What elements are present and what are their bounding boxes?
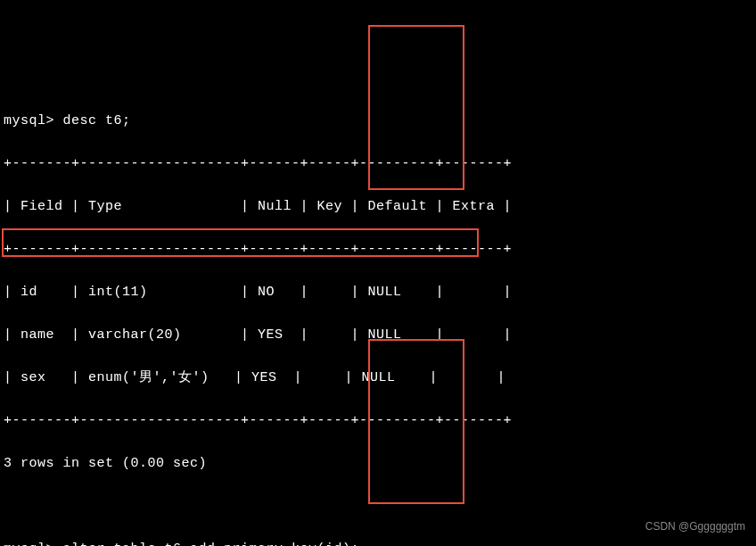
table-row: | id | int(11) | NO | | NULL | | (4, 282, 752, 303)
table-border: +-------+-------------------+------+----… (4, 410, 752, 432)
result-summary: 3 rows in set (0.00 sec) (4, 453, 752, 475)
desc-command: desc t6; (63, 113, 131, 128)
terminal-output: mysql> desc t6; +-------+---------------… (4, 89, 752, 546)
command-line-1: mysql> desc t6; (4, 111, 752, 132)
table-border: +-------+-------------------+------+----… (4, 153, 752, 175)
mysql-prompt: mysql> (4, 113, 54, 128)
table-header-row: | Field | Type | Null | Key | Default | … (4, 196, 752, 218)
alter-command: alter table t6 add primary key(id); (63, 542, 360, 546)
watermark-text: CSDN @Gggggggtm (645, 518, 745, 535)
table-row: | sex | enum('男','女') | YES | | NULL | | (4, 368, 752, 389)
blank-line (4, 496, 752, 517)
mysql-prompt: mysql> (4, 542, 54, 546)
command-line-2: mysql> alter table t6 add primary key(id… (4, 539, 752, 546)
table-row: | name | varchar(20) | YES | | NULL | | (4, 325, 752, 346)
table-border: +-------+-------------------+------+----… (4, 239, 752, 261)
